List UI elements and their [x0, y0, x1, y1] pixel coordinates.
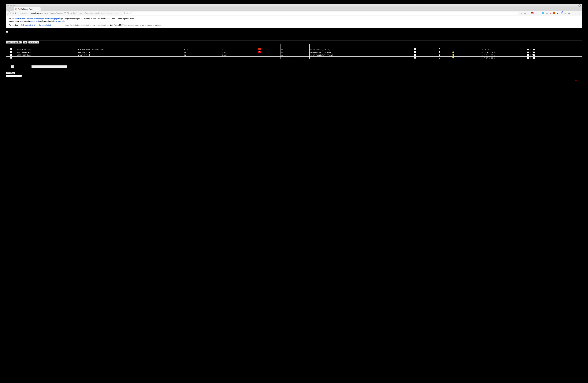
reader-mode-icon[interactable] — [579, 4, 581, 6]
page-info-icon[interactable]: i — [12, 12, 14, 14]
action-cell: 🗑 — [527, 48, 582, 51]
operator-cell: (CHINA MOBILE)15949573487 — [78, 48, 183, 51]
status1-checkbox[interactable] — [414, 57, 416, 59]
row-checkbox[interactable] — [10, 48, 12, 50]
search-icon: 🔍 — [123, 12, 126, 14]
action-checkbox[interactable] — [527, 54, 529, 56]
reload-button[interactable]: ⟳ — [111, 12, 113, 14]
id-cell — [16, 57, 78, 59]
app-cell: Doviz1 — [221, 54, 258, 57]
wide-select[interactable] — [31, 65, 67, 68]
close-x-left[interactable]: X — [6, 62, 8, 65]
dot-cell — [452, 54, 481, 57]
model-cell: LG-D855 (g3_global_com) — [310, 51, 403, 54]
toggle-switch[interactable] — [532, 49, 535, 50]
play-icon[interactable]: ▶ — [557, 12, 559, 14]
dot-cell — [452, 57, 481, 59]
minimize-window-icon[interactable] — [10, 5, 12, 6]
close-x-right[interactable]: X — [575, 79, 577, 82]
new-tab-button[interactable]: + — [41, 8, 45, 11]
pager[interactable]: 1 — [6, 60, 582, 62]
browser-tab[interactable]: Te Ma Etmaje Panel × — [14, 7, 41, 11]
status2-checkbox[interactable] — [439, 51, 440, 53]
status1-checkbox[interactable] — [414, 54, 416, 56]
action-cell: 🗑 — [527, 54, 582, 57]
app-cell — [221, 57, 258, 59]
s2-cell — [427, 54, 452, 57]
action-checkbox[interactable] — [527, 57, 529, 59]
trash-icon[interactable]: 🗑 — [529, 54, 531, 56]
ublock-icon[interactable]: uO — [531, 12, 533, 14]
cb-cell — [6, 51, 16, 54]
google-favicon-icon — [15, 8, 17, 10]
status-dot-icon — [452, 51, 454, 53]
uygula-button[interactable]: UYGULA — [6, 72, 15, 74]
pocket-icon[interactable]: ◡ — [527, 12, 530, 14]
s1-cell — [403, 54, 427, 57]
toggle-switch[interactable] — [532, 54, 535, 56]
cache-text: değişmiş olabilir. — [40, 20, 53, 22]
action-checkbox[interactable] — [527, 52, 529, 53]
status-dot-icon — [452, 54, 454, 56]
row-checkbox[interactable] — [10, 54, 12, 56]
status2-checkbox[interactable] — [439, 57, 440, 59]
trash-icon[interactable]: 🗑 — [529, 48, 531, 51]
trash-icon[interactable]: 🗑 — [529, 51, 531, 53]
home-icon[interactable]: ⌂ — [539, 12, 541, 14]
lock-cell — [280, 57, 310, 59]
guncelle-button[interactable]: GÜNCELLE — [28, 41, 39, 43]
lock-icon: 🔒 — [15, 12, 17, 14]
table-row: 864895024421354(CHINA MOBILE)15949573487… — [6, 48, 582, 51]
sync-icon[interactable]: ◌ — [575, 12, 577, 14]
clipboard-icon[interactable]: ▣ — [524, 12, 526, 14]
sil-button[interactable]: SİL — [22, 41, 27, 43]
search-box[interactable]: 🔍 Search — [122, 12, 518, 15]
status1-checkbox[interactable] — [414, 51, 416, 53]
address-bar[interactable]: https://webcache.googleusercontent.com/s… — [18, 11, 110, 15]
row-checkbox[interactable] — [10, 57, 12, 59]
status2-checkbox[interactable] — [439, 48, 440, 50]
status1-checkbox[interactable] — [414, 48, 416, 50]
window-titlebar — [6, 4, 582, 7]
zoom-window-icon[interactable] — [13, 5, 15, 6]
action-cell: 🗑 — [527, 57, 582, 59]
shield-icon[interactable]: ◉ — [546, 12, 548, 14]
komut-button[interactable]: KOMUT YÖNETİMİ — [6, 41, 22, 43]
current-page-link[interactable]: geçerli sayfa — [30, 20, 40, 22]
status2-checkbox[interactable] — [439, 54, 440, 56]
extension-icon[interactable] — [542, 12, 544, 14]
cache-text: Bu, — [9, 18, 12, 20]
grid-icon[interactable]: ▦ — [568, 12, 570, 14]
tab-close-icon[interactable]: × — [38, 8, 39, 10]
row-checkbox[interactable] — [10, 51, 12, 53]
text-input[interactable] — [6, 75, 22, 77]
noscript-icon[interactable]: ◐ — [115, 12, 118, 14]
model-cell: Droid4X-WIN (Droid4X) — [310, 48, 403, 51]
lock-cell: no — [280, 54, 310, 57]
view-source-link[interactable]: Kaynağı görüntüle — [39, 24, 52, 26]
search-placeholder: Search — [126, 12, 132, 14]
flag-cn-icon — [258, 48, 261, 50]
cached-url-link[interactable]: https://e-trafikcezasiodemesi.net/index.… — [12, 18, 60, 20]
text-only-link[interactable]: Salt metin sürümü — [21, 24, 35, 26]
bell-icon[interactable]: 🔔0 — [560, 12, 563, 14]
more-info-link[interactable]: Daha fazla bilgi — [53, 20, 65, 22]
toggle-switch[interactable] — [532, 57, 535, 59]
action-checkbox[interactable] — [527, 49, 529, 50]
radar-icon[interactable]: ◉ — [549, 12, 552, 14]
extension2-icon[interactable] — [553, 12, 555, 14]
trash-icon[interactable]: 🗑 — [529, 57, 531, 59]
small-select[interactable] — [11, 65, 14, 68]
toggle-switch[interactable] — [532, 52, 535, 53]
cut-icon[interactable]: ✂ — [571, 12, 574, 14]
close-window-icon[interactable] — [7, 5, 9, 6]
url-prefix: https://webcache. — [18, 12, 31, 14]
bookmark-star-icon[interactable]: ☆ — [520, 12, 522, 14]
new-window-icon[interactable]: ▫▫ — [564, 12, 566, 14]
lock-cell: no — [280, 48, 310, 51]
cb-cell — [6, 54, 16, 57]
download-icon[interactable]: ⬇ — [535, 12, 537, 14]
back-button[interactable]: ← — [7, 11, 11, 15]
adblock-icon[interactable]: ⊘ — [119, 12, 121, 14]
menu-icon[interactable]: ≡ — [579, 12, 581, 14]
